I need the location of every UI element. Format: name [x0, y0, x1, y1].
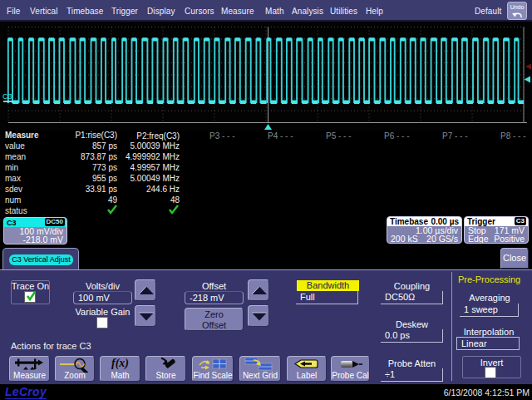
- svg-text:C3: C3: [2, 92, 12, 101]
